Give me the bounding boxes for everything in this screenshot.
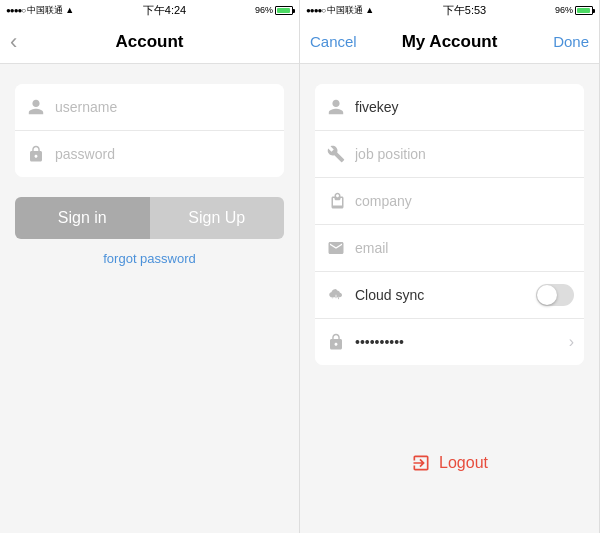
password-dots: •••••••••• xyxy=(355,334,404,350)
status-bar-left: ●●●●○ 中国联通 ▲ 下午4:24 96% xyxy=(0,0,299,20)
email-svg xyxy=(327,239,345,257)
company-icon xyxy=(325,190,347,212)
status-left: ●●●●○ 中国联通 ▲ xyxy=(6,4,74,17)
right-panel: ●●●●○ 中国联通 ▲ 下午5:53 96% Cancel My Accoun… xyxy=(300,0,600,533)
cloud-sync-svg xyxy=(327,286,345,304)
signal-icon-right: ●●●●○ xyxy=(306,6,325,15)
carrier-right: 中国联通 xyxy=(327,4,363,17)
toggle-knob xyxy=(537,285,557,305)
logout-icon xyxy=(411,453,431,473)
battery-fill xyxy=(277,8,290,13)
login-content: Sign in Sign Up forgot password xyxy=(0,64,299,533)
cloud-sync-row[interactable]: Cloud sync xyxy=(315,272,584,319)
carrier-left: 中国联通 xyxy=(27,4,63,17)
username-value: fivekey xyxy=(355,99,399,115)
nav-bar-right: Cancel My Account Done xyxy=(300,20,599,64)
nav-title-left: Account xyxy=(116,32,184,52)
company-input[interactable] xyxy=(355,193,574,209)
email-row xyxy=(315,225,584,272)
lock-svg xyxy=(27,145,45,163)
user-icon xyxy=(25,96,47,118)
job-position-input[interactable] xyxy=(355,146,574,162)
password-input[interactable] xyxy=(55,146,274,162)
signup-button[interactable]: Sign Up xyxy=(150,197,285,239)
forgot-password-link[interactable]: forgot password xyxy=(15,251,284,266)
tools-svg xyxy=(327,145,345,163)
account-content: fivekey xyxy=(300,64,599,533)
account-user-icon xyxy=(325,96,347,118)
user-svg-right xyxy=(327,98,345,116)
status-left-right: ●●●●○ 中国联通 ▲ xyxy=(306,4,374,17)
battery-pct-right: 96% xyxy=(555,5,573,15)
battery-pct-left: 96% xyxy=(255,5,273,15)
cancel-button[interactable]: Cancel xyxy=(310,33,357,50)
time-left: 下午4:24 xyxy=(143,3,186,18)
status-bar-right: ●●●●○ 中国联通 ▲ 下午5:53 96% xyxy=(300,0,599,20)
signin-button[interactable]: Sign in xyxy=(15,197,150,239)
done-button[interactable]: Done xyxy=(553,33,589,50)
cloud-sync-toggle[interactable] xyxy=(536,284,574,306)
back-button[interactable]: ‹ xyxy=(10,29,17,55)
account-fields: fivekey xyxy=(315,84,584,365)
left-panel: ●●●●○ 中国联通 ▲ 下午4:24 96% ‹ Account xyxy=(0,0,300,533)
nav-title-right: My Account xyxy=(402,32,498,52)
logout-button[interactable]: Logout xyxy=(411,453,488,473)
company-row xyxy=(315,178,584,225)
email-icon xyxy=(325,237,347,259)
time-right: 下午5:53 xyxy=(443,3,486,18)
battery-icon-left xyxy=(275,6,293,15)
chevron-right-icon: › xyxy=(569,333,574,351)
logout-label: Logout xyxy=(439,454,488,472)
wifi-icon: ▲ xyxy=(65,5,74,15)
auth-buttons: Sign in Sign Up xyxy=(15,197,284,239)
account-username-row: fivekey xyxy=(315,84,584,131)
cloud-icon xyxy=(325,284,347,306)
lock-account-icon xyxy=(325,331,347,353)
status-right-left: 96% xyxy=(255,5,293,15)
cloud-sync-label: Cloud sync xyxy=(355,287,424,303)
email-input[interactable] xyxy=(355,240,574,256)
password-account-row[interactable]: •••••••••• › xyxy=(315,319,584,365)
password-row xyxy=(15,131,284,177)
username-row xyxy=(15,84,284,131)
lock-icon xyxy=(25,143,47,165)
job-position-row xyxy=(315,131,584,178)
status-right-right: 96% xyxy=(555,5,593,15)
battery-fill-right xyxy=(577,8,590,13)
tools-icon xyxy=(325,143,347,165)
logout-section: Logout xyxy=(300,453,599,473)
company-svg xyxy=(327,192,345,210)
lock-account-svg xyxy=(327,333,345,351)
wifi-icon-right: ▲ xyxy=(365,5,374,15)
battery-icon-right xyxy=(575,6,593,15)
user-svg xyxy=(27,98,45,116)
signal-icon: ●●●●○ xyxy=(6,6,25,15)
username-input[interactable] xyxy=(55,99,274,115)
login-fields xyxy=(15,84,284,177)
nav-bar-left: ‹ Account xyxy=(0,20,299,64)
